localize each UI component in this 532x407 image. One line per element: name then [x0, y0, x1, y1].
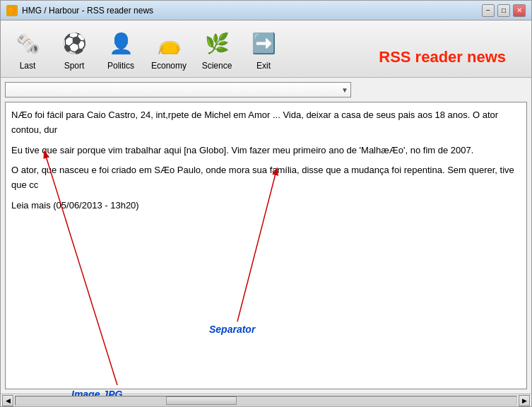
toolbar-exit-button[interactable]: ➡️Exit: [241, 23, 286, 74]
last-icon: 🗞️: [11, 27, 44, 59]
exit-label: Exit: [256, 61, 271, 71]
horizontal-scrollbar[interactable]: ◀ ▶: [1, 394, 531, 406]
text-content-area: NÆo foi fácil para Caio Castro, 24, int,…: [5, 102, 527, 389]
last-label: Last: [20, 61, 36, 71]
science-label: Science: [202, 61, 232, 71]
text-line: Leia mais (05/06/2013 - 13h20): [11, 199, 521, 213]
dropdown-container: ▼: [5, 82, 527, 98]
rss-title-label: RSS reader news: [379, 48, 506, 66]
politics-label: Politics: [107, 61, 134, 71]
toolbar-sport-button[interactable]: ⚽Sport: [52, 23, 97, 74]
app-icon: 🔶: [6, 5, 18, 16]
scroll-thumb[interactable]: [166, 396, 237, 405]
title-bar-controls: − □ ✕: [482, 4, 526, 17]
toolbar-politics-button[interactable]: 👤Politics: [98, 23, 143, 74]
economy-icon: 👝: [153, 27, 185, 59]
science-icon: 🌿: [201, 27, 233, 59]
economy-label: Economy: [151, 61, 187, 71]
toolbar-economy-button[interactable]: 👝Economy: [145, 23, 193, 74]
exit-icon: ➡️: [247, 27, 280, 59]
main-window: 🔶 HMG / Harbour - RSS reader news − □ ✕ …: [0, 0, 532, 407]
title-bar-left: 🔶 HMG / Harbour - RSS reader news: [6, 5, 153, 16]
minimize-button[interactable]: −: [482, 4, 495, 17]
title-bar: 🔶 HMG / Harbour - RSS reader news − □ ✕: [1, 1, 531, 20]
close-button[interactable]: ✕: [513, 4, 526, 17]
scroll-left-button[interactable]: ◀: [2, 395, 13, 406]
text-line: O ator, que nasceu e foi criado em SÆo P…: [11, 163, 521, 193]
content-area: ▼ NÆo foi fácil para Caio Castro, 24, in…: [1, 78, 531, 394]
scroll-track: [15, 396, 517, 406]
separator-label: Separator: [209, 324, 255, 335]
toolbar: 🗞️Last⚽Sport👤Politics👝Economy🌿Science➡️E…: [1, 20, 531, 78]
scroll-right-button[interactable]: ▶: [519, 395, 530, 406]
toolbar-last-button[interactable]: 🗞️Last: [5, 23, 50, 74]
text-line: NÆo foi fácil para Caio Castro, 24, int,…: [11, 108, 521, 138]
feed-dropdown[interactable]: [5, 82, 351, 98]
toolbar-science-button[interactable]: 🌿Science: [194, 23, 240, 74]
sport-icon: ⚽: [58, 27, 90, 59]
maximize-button[interactable]: □: [497, 4, 510, 17]
dropdown-wrapper: ▼: [5, 82, 351, 98]
sport-label: Sport: [64, 61, 85, 71]
politics-icon: 👤: [105, 27, 137, 59]
window-title: HMG / Harbour - RSS reader news: [22, 6, 153, 16]
text-line: Eu tive que sair porque vim trabalhar aq…: [11, 143, 521, 158]
